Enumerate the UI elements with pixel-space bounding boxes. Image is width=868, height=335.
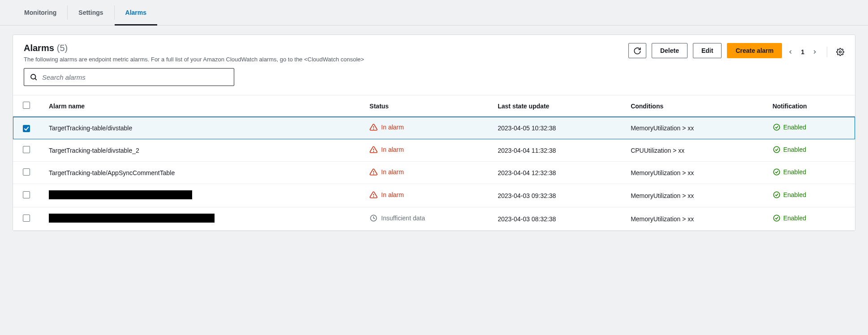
svg-point-5	[773, 124, 780, 130]
notification-text: Enabled	[783, 215, 806, 222]
refresh-button[interactable]	[628, 43, 646, 58]
panel-description: The following alarms are endpoint metric…	[24, 56, 364, 63]
select-all-checkbox[interactable]	[23, 102, 30, 109]
svg-point-8	[773, 146, 780, 153]
notification-text: Enabled	[783, 146, 806, 153]
svg-point-14	[773, 192, 780, 198]
table-row[interactable]: TargetTracking-table/divstable_2In alarm…	[13, 139, 855, 162]
edit-button[interactable]: Edit	[693, 43, 722, 58]
gear-icon	[836, 48, 844, 56]
refresh-icon	[633, 47, 641, 55]
table-row[interactable]: In alarm2023-04-03 09:32:38MemoryUtiliza…	[13, 184, 855, 207]
alarm-triangle-icon	[370, 123, 378, 131]
delete-button[interactable]: Delete	[652, 43, 688, 58]
alarm-triangle-icon	[370, 146, 378, 154]
alarm-name-cell	[40, 207, 361, 231]
status-text: In alarm	[381, 124, 404, 131]
conditions-cell: MemoryUtilization > xx	[622, 162, 763, 184]
notification-cell: Enabled	[773, 191, 806, 199]
pager: 1	[787, 47, 844, 57]
alarm-triangle-icon	[370, 168, 378, 176]
conditions-cell: MemoryUtilization > xx	[622, 117, 763, 139]
row-checkbox[interactable]	[23, 125, 30, 132]
create-alarm-button[interactable]: Create alarm	[727, 43, 782, 58]
svg-point-4	[374, 129, 374, 129]
cloudwatch-console-link[interactable]: <CloudWatch console>	[304, 56, 364, 63]
status-text: In alarm	[381, 168, 404, 176]
alarm-triangle-icon	[370, 191, 378, 199]
notification-cell: Enabled	[773, 146, 806, 154]
col-notification[interactable]: Notification	[764, 95, 855, 117]
tab-settings[interactable]: Settings	[68, 0, 114, 25]
pager-page-number: 1	[801, 48, 804, 56]
notification-text: Enabled	[783, 168, 806, 176]
row-checkbox[interactable]	[23, 215, 30, 222]
alarm-name-cell: TargetTracking-table/AppSyncCommentTable	[40, 162, 361, 184]
svg-point-7	[374, 151, 374, 152]
table-row[interactable]: TargetTracking-table/AppSyncCommentTable…	[13, 162, 855, 184]
col-alarm-name[interactable]: Alarm name	[40, 95, 361, 117]
tabs-bar: MonitoringSettingsAlarms	[0, 0, 868, 26]
svg-line-2	[35, 78, 37, 80]
status-cell: In alarm	[370, 146, 404, 154]
search-input[interactable]	[42, 73, 228, 81]
search-box[interactable]	[24, 68, 234, 86]
check-circle-icon	[773, 146, 781, 154]
search-icon	[30, 73, 38, 81]
status-text: Insufficient data	[381, 215, 425, 222]
last-updated-cell: 2023-04-03 09:32:38	[489, 184, 622, 207]
alarm-name-cell: TargetTracking-table/divstable_2	[40, 139, 361, 162]
svg-point-1	[31, 74, 36, 79]
notification-text: Enabled	[783, 191, 806, 198]
status-cell: Insufficient data	[370, 214, 425, 222]
status-cell: In alarm	[370, 191, 404, 199]
check-circle-icon	[773, 168, 781, 176]
panel-title: Alarms	[24, 43, 54, 53]
col-status[interactable]: Status	[361, 95, 489, 117]
alarm-name-cell	[40, 184, 361, 207]
row-checkbox[interactable]	[23, 191, 30, 198]
pager-prev[interactable]	[787, 49, 794, 55]
chevron-right-icon	[812, 49, 818, 55]
check-circle-icon	[773, 214, 781, 222]
alarms-panel: Alarms (5) The following alarms are endp…	[13, 34, 855, 231]
conditions-cell: CPUUtilization > xx	[622, 139, 763, 162]
svg-point-10	[374, 174, 374, 174]
panel-count: (5)	[57, 43, 68, 53]
svg-point-11	[773, 169, 780, 175]
row-checkbox[interactable]	[23, 146, 30, 153]
last-updated-cell: 2023-04-05 10:32:38	[489, 117, 622, 139]
chevron-left-icon	[787, 49, 794, 55]
col-conditions[interactable]: Conditions	[622, 95, 763, 117]
tab-alarms[interactable]: Alarms	[115, 0, 157, 25]
table-row[interactable]: Insufficient data2023-04-03 08:32:38Memo…	[13, 207, 855, 231]
status-text: In alarm	[381, 191, 404, 198]
svg-point-16	[773, 215, 780, 221]
status-cell: In alarm	[370, 168, 404, 176]
table-settings-button[interactable]	[836, 48, 844, 56]
redacted-name	[49, 214, 215, 223]
panel-description-text: The following alarms are endpoint metric…	[24, 56, 304, 63]
notification-cell: Enabled	[773, 123, 806, 131]
check-circle-icon	[773, 123, 781, 131]
status-text: In alarm	[381, 146, 404, 153]
conditions-cell: MemoryUtilization > xx	[622, 207, 763, 231]
status-cell: In alarm	[370, 123, 404, 131]
notification-cell: Enabled	[773, 214, 806, 222]
table-row[interactable]: TargetTracking-table/divstableIn alarm20…	[13, 117, 855, 139]
pager-next[interactable]	[812, 49, 818, 55]
clock-icon	[370, 214, 378, 222]
last-updated-cell: 2023-04-04 11:32:38	[489, 139, 622, 162]
redacted-name	[49, 190, 192, 199]
check-circle-icon	[773, 191, 781, 199]
conditions-cell: MemoryUtilization > xx	[622, 184, 763, 207]
alarm-name-cell: TargetTracking-table/divstable	[40, 117, 361, 139]
last-updated-cell: 2023-04-04 12:32:38	[489, 162, 622, 184]
row-checkbox[interactable]	[23, 168, 30, 176]
notification-text: Enabled	[783, 124, 806, 131]
notification-cell: Enabled	[773, 168, 806, 176]
tab-monitoring[interactable]: Monitoring	[13, 0, 67, 25]
svg-point-13	[374, 197, 374, 197]
col-last-state-update[interactable]: Last state update	[489, 95, 622, 117]
alarms-table: Alarm name Status Last state update Cond…	[13, 95, 855, 231]
